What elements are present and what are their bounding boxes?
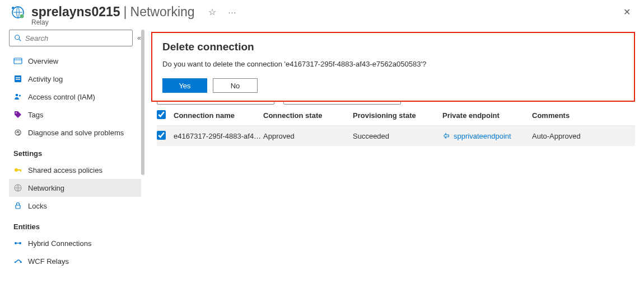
dialog-title: Delete connection — [162, 41, 624, 53]
sidebar-item-label: Locks — [28, 202, 47, 210]
sidebar-item-label: WCF Relays — [28, 257, 69, 266]
sidebar-item-networking[interactable]: Networking — [9, 179, 141, 197]
close-blade-button[interactable]: ✕ — [621, 4, 633, 20]
cell-connection-name: e4167317-295f-4883-af4… — [174, 132, 263, 140]
svg-point-11 — [16, 112, 17, 113]
sidebar-item-label: Overview — [28, 57, 58, 65]
col-comments[interactable]: Comments — [532, 111, 635, 120]
col-connection-state[interactable]: Connection state — [263, 111, 353, 120]
svg-point-19 — [19, 242, 21, 244]
svg-rect-8 — [16, 79, 20, 80]
iam-icon — [13, 92, 22, 101]
sidebar-scrollbar[interactable] — [141, 30, 144, 175]
collapse-sidebar-icon[interactable]: « — [137, 34, 141, 42]
sidebar-item-access-control[interactable]: Access control (IAM) — [9, 88, 141, 106]
sidebar-item-activity-log[interactable]: Activity log — [9, 70, 141, 88]
select-all-checkbox[interactable] — [157, 110, 166, 119]
sidebar-item-label: Diagnose and solve problems — [28, 129, 124, 137]
page-name: Networking — [130, 4, 195, 20]
delete-connection-dialog: Delete connection Do you want to delete … — [151, 32, 635, 102]
cell-private-endpoint-link[interactable]: spprivateendpoint — [442, 132, 532, 140]
col-connection-name[interactable]: Connection name — [174, 111, 263, 120]
sidebar: « Overview Activity log Access control (… — [0, 30, 146, 280]
sidebar-item-label: Access control (IAM) — [28, 93, 95, 101]
tags-icon — [13, 110, 22, 119]
lock-icon — [13, 201, 22, 210]
diagnose-icon — [13, 128, 22, 137]
svg-rect-7 — [16, 77, 20, 78]
dialog-no-button[interactable]: No — [213, 78, 258, 93]
dialog-yes-button[interactable]: Yes — [162, 78, 207, 93]
svg-point-1 — [20, 14, 24, 18]
more-menu-icon[interactable]: ··· — [228, 8, 237, 17]
sidebar-item-wcf-relays[interactable]: WCF Relays — [9, 252, 141, 270]
main-content: Filter by name... All connection states … — [146, 30, 644, 280]
svg-line-3 — [19, 39, 21, 41]
cell-comments: Auto-Approved — [532, 132, 635, 140]
table-header: Connection name Connection state Provisi… — [157, 106, 635, 126]
hybrid-icon — [13, 239, 22, 248]
sidebar-search-input[interactable] — [25, 34, 128, 42]
sidebar-item-label: Activity log — [28, 75, 63, 83]
relay-resource-icon — [11, 6, 25, 19]
sidebar-item-label: Networking — [28, 184, 64, 192]
sidebar-item-hybrid-connections[interactable]: Hybrid Connections — [9, 234, 141, 252]
cell-connection-state: Approved — [263, 132, 353, 140]
overview-icon — [13, 56, 22, 65]
sidebar-item-overview[interactable]: Overview — [9, 52, 141, 70]
search-icon — [14, 34, 22, 42]
svg-point-2 — [15, 35, 20, 40]
favorite-star-icon[interactable]: ☆ — [208, 7, 216, 17]
cell-provisioning-state: Succeeded — [353, 132, 442, 140]
networking-icon — [13, 183, 22, 192]
svg-rect-4 — [14, 58, 22, 64]
private-endpoint-name: spprivateendpoint — [454, 132, 511, 140]
key-icon — [13, 165, 22, 174]
svg-point-18 — [15, 242, 17, 244]
connections-table: Connection name Connection state Provisi… — [157, 106, 635, 146]
sidebar-item-locks[interactable]: Locks — [9, 197, 141, 215]
svg-point-9 — [16, 94, 18, 97]
col-private-endpoint[interactable]: Private endpoint — [442, 111, 532, 120]
svg-point-10 — [19, 94, 21, 96]
sidebar-section-entities: Entities — [9, 215, 141, 234]
sidebar-search[interactable] — [9, 30, 133, 46]
sidebar-item-tags[interactable]: Tags — [9, 106, 141, 124]
resource-type: Relay — [31, 18, 644, 26]
activitylog-icon — [13, 74, 22, 83]
title-separator: | — [124, 4, 127, 20]
sidebar-item-label: Tags — [28, 111, 43, 119]
sidebar-item-diagnose[interactable]: Diagnose and solve problems — [9, 124, 141, 141]
private-endpoint-icon — [442, 132, 450, 140]
sidebar-section-settings: Settings — [9, 141, 141, 161]
svg-rect-15 — [20, 169, 21, 172]
resource-name: sprelayns0215 — [31, 4, 120, 20]
row-checkbox[interactable] — [157, 131, 166, 140]
sidebar-item-label: Shared access policies — [28, 166, 102, 174]
svg-rect-17 — [16, 205, 20, 209]
svg-point-21 — [15, 262, 16, 263]
svg-point-22 — [20, 262, 22, 263]
sidebar-item-shared-access-policies[interactable]: Shared access policies — [9, 161, 141, 179]
blade-title: sprelayns0215 | Networking — [31, 4, 195, 20]
sidebar-item-label: Hybrid Connections — [28, 239, 91, 248]
dialog-message: Do you want to delete the connection 'e4… — [162, 60, 624, 68]
wcf-icon — [13, 257, 22, 266]
table-row[interactable]: e4167317-295f-4883-af4… Approved Succeed… — [157, 126, 635, 146]
col-provisioning-state[interactable]: Provisioning state — [353, 111, 442, 120]
